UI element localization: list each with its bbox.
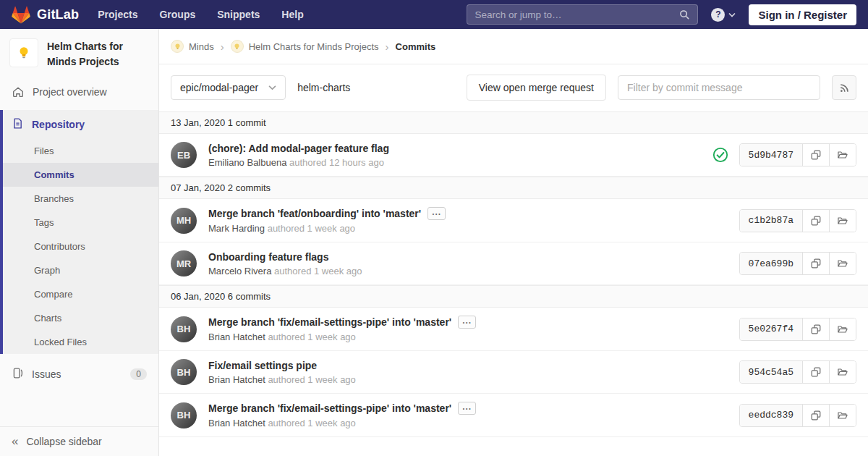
commit-row: BH Fix/email settings pipe Brian Hatchet… [159, 351, 868, 394]
commit-sha-link[interactable]: 5e0267f4 [740, 318, 802, 340]
branch-selector-value: epic/modal-pager [180, 82, 258, 93]
project-context[interactable]: Helm Charts for Minds Projects [0, 29, 158, 78]
commit-author-link[interactable]: Marcelo Rivera [208, 266, 271, 276]
commits-feed-button[interactable] [832, 75, 856, 100]
commit-sha-link[interactable]: 5d9b4787 [740, 144, 802, 166]
nav-link-snippets[interactable]: Snippets [217, 9, 260, 20]
sidebar-item-files[interactable]: Files [3, 139, 158, 163]
sidebar-item-commits[interactable]: Commits [3, 163, 158, 187]
commit-date-header: 06 Jan, 2020 6 commits [159, 285, 868, 308]
browse-files-button[interactable] [829, 210, 856, 232]
commit-sha-link[interactable]: eeddc839 [740, 405, 802, 426]
view-open-merge-request-button[interactable]: View open merge request [467, 75, 606, 101]
breadcrumb-project-helm-charts[interactable]: Helm Charts for Minds Projects [231, 40, 379, 53]
project-avatar-lightbulb-icon [9, 38, 38, 67]
gitlab-home-link[interactable]: GitLab [12, 6, 79, 24]
commit-author-link[interactable]: Brian Hatchet [208, 418, 265, 428]
commit-filter-input[interactable] [618, 75, 820, 100]
avatar[interactable]: BH [171, 359, 197, 385]
copy-sha-button[interactable] [802, 318, 829, 340]
pipeline-passed-icon[interactable] [712, 147, 728, 163]
commit-sha-link[interactable]: c1b2b87a [740, 210, 802, 232]
commit-title-link[interactable]: Onboarding feature flags [208, 251, 362, 263]
nav-link-help[interactable]: Help [281, 9, 303, 20]
copy-sha-button[interactable] [802, 405, 829, 426]
collapse-sidebar-button[interactable]: « Collapse sidebar [0, 426, 158, 456]
collapse-sidebar-label: Collapse sidebar [26, 436, 101, 447]
sidebar-item-branches[interactable]: Branches [3, 187, 158, 211]
commit-title-link[interactable]: Merge branch 'fix/email-settings-pipe' i… [208, 316, 476, 329]
commit-author-link[interactable]: Emiliano Balbuena [208, 157, 286, 168]
issues-count-badge: 0 [130, 368, 147, 380]
commit-sha-group: 954c54a5 [739, 360, 856, 384]
sidebar-item-charts[interactable]: Charts [3, 306, 158, 330]
expand-commit-description-button[interactable]: ... [458, 402, 476, 415]
breadcrumb-separator: › [221, 41, 224, 52]
sidebar-item-project-overview[interactable]: Project overview [0, 78, 158, 106]
commit-authored-time: authored 1 week ago [268, 332, 355, 342]
copy-sha-button[interactable] [802, 144, 829, 166]
browse-files-button[interactable] [829, 361, 856, 383]
commit-authored-time: authored 1 week ago [268, 374, 355, 385]
commit-author-link[interactable]: Brian Hatchet [208, 332, 265, 342]
commit-list: 13 Jan, 2020 1 commit EB (chore): Add mo… [159, 111, 868, 456]
copy-sha-button[interactable] [802, 210, 829, 232]
document-icon [12, 117, 24, 132]
search-icon [679, 9, 690, 20]
sidebar-item-graph[interactable]: Graph [3, 258, 158, 282]
sidebar-item-label: Project overview [33, 86, 107, 98]
help-dropdown[interactable]: ? [711, 8, 736, 22]
commit-sha-link[interactable]: 954c54a5 [740, 361, 802, 383]
commit-title-link[interactable]: Merge branch 'fix/email-settings-pipe' i… [208, 402, 476, 415]
expand-commit-description-button[interactable]: ... [458, 316, 476, 329]
sidebar-item-repository[interactable]: Repository [3, 110, 158, 139]
commit-sha-link[interactable]: 07ea699b [740, 253, 802, 274]
sidebar-item-contributors[interactable]: Contributors [3, 235, 158, 258]
commit-sha-group: 5d9b4787 [739, 143, 856, 166]
avatar[interactable]: BH [171, 402, 197, 428]
sidebar-item-issues[interactable]: Issues 0 [0, 359, 158, 389]
commit-title-link[interactable]: Fix/email settings pipe [208, 360, 356, 371]
browse-files-button[interactable] [829, 318, 856, 340]
commit-authored-time: authored 1 week ago [268, 223, 355, 234]
gitlab-tanuki-logo-icon [12, 6, 30, 24]
browse-files-button[interactable] [829, 253, 856, 274]
sidebar-item-locked-files[interactable]: Locked Files [3, 330, 158, 354]
commit-author-link[interactable]: Brian Hatchet [208, 374, 265, 385]
double-chevron-left-icon: « [12, 436, 18, 447]
commit-title-link[interactable]: (chore): Add modal-pager feature flag [208, 143, 389, 154]
nav-link-groups[interactable]: Groups [159, 9, 195, 20]
commit-authored-time: authored 1 week ago [274, 266, 362, 276]
avatar[interactable]: EB [171, 142, 197, 168]
help-question-icon: ? [711, 8, 725, 22]
sign-in-register-button[interactable]: Sign in / Register [749, 4, 856, 25]
sidebar-item-tags[interactable]: Tags [3, 211, 158, 235]
commits-controls: epic/modal-pager helm-charts View open m… [159, 64, 868, 111]
home-icon [12, 85, 25, 98]
commit-author-link[interactable]: Mark Harding [208, 223, 265, 234]
expand-commit-description-button[interactable]: ... [427, 207, 446, 220]
commit-title-link[interactable]: Merge branch 'feat/onboarding' into 'mas… [208, 207, 446, 220]
copy-sha-button[interactable] [802, 253, 829, 274]
chevron-down-icon [268, 85, 276, 90]
breadcrumb-group-minds[interactable]: Minds [171, 40, 214, 53]
search-input[interactable] [475, 9, 679, 20]
commit-row: BH Merge branch 'fix/email-settings-pipe… [159, 394, 868, 437]
branch-selector-dropdown[interactable]: epic/modal-pager [171, 75, 286, 100]
avatar[interactable]: MR [171, 250, 197, 276]
avatar[interactable]: BH [171, 316, 197, 342]
issues-icon [12, 367, 24, 381]
project-avatar-icon [231, 40, 244, 53]
sidebar-item-label: Issues [32, 368, 61, 380]
browse-files-button[interactable] [829, 405, 856, 426]
copy-sha-button[interactable] [802, 361, 829, 383]
browse-files-button[interactable] [829, 144, 856, 166]
commit-sha-group: c1b2b87a [739, 209, 856, 232]
commit-date-header: 13 Jan, 2020 1 commit [159, 111, 868, 134]
breadcrumb-separator: › [386, 41, 389, 52]
nav-link-projects[interactable]: Projects [98, 9, 137, 20]
avatar[interactable]: MH [171, 208, 197, 234]
global-search-box[interactable] [467, 4, 698, 25]
project-sidebar: Helm Charts for Minds Projects Project o… [0, 29, 159, 456]
sidebar-item-compare[interactable]: Compare [3, 282, 158, 306]
